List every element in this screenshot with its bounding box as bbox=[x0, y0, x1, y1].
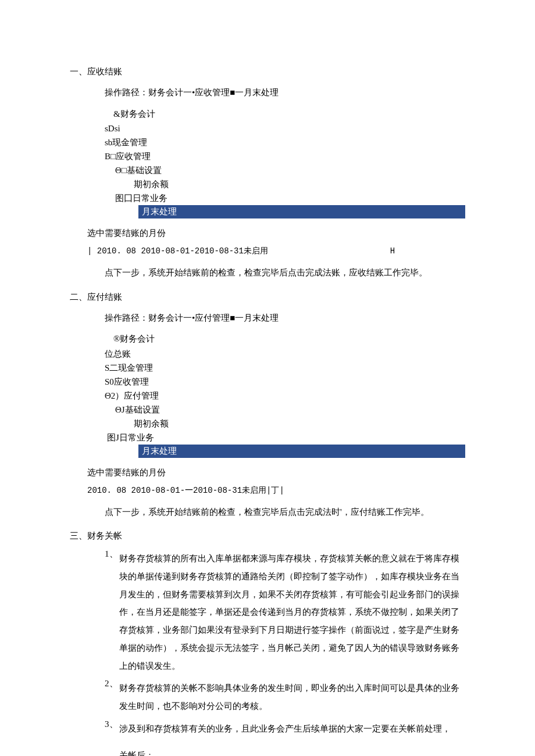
tree-row: ΘJ基础设置 bbox=[105, 403, 465, 417]
tree-row: 图囗日常业务 bbox=[105, 191, 465, 205]
tree-row: 位总账 bbox=[105, 347, 465, 361]
tree-row: Θ□基础设置 bbox=[105, 163, 465, 177]
list-number: 2、 bbox=[105, 678, 118, 716]
s2-op-path: 操作路径：财务会计一•应付管理■一月末处理 bbox=[105, 310, 465, 327]
tree-row: Θ2）应付管理 bbox=[105, 389, 465, 403]
tree-highlight-month-end[interactable]: 月末处理 bbox=[138, 205, 465, 218]
tree-row: sb现金管理 bbox=[105, 135, 465, 149]
s1-select-month: 选中需要结账的月份 bbox=[87, 225, 465, 241]
s2-nav-tree: ®财务会计 位总账 S二现金管理 S0应收管理 Θ2）应付管理 ΘJ基础设置 期… bbox=[105, 332, 465, 458]
s1-next-step: 点下一步，系统开始结账前的检查，检查完毕后点击完成法账，应收结账工作完毕。 bbox=[105, 264, 465, 281]
tree-head: ®财务会计 bbox=[113, 332, 465, 347]
s1-month-code: | 2010. 08 2010-08-01-2010-08-31未启用 bbox=[87, 246, 268, 256]
tree-row: S二现金管理 bbox=[105, 361, 465, 375]
s3-item-2: 2、 财务存货核算的关帐不影响具体业务的发生时间，即业务的出入库时间可以是具体的… bbox=[105, 678, 465, 716]
section-1-title: 一、应收结账 bbox=[70, 64, 465, 80]
list-number: 3、 bbox=[105, 719, 118, 756]
list-number: 1、 bbox=[105, 549, 118, 676]
tree-highlight-month-end[interactable]: 月末处理 bbox=[138, 445, 465, 458]
tree-row: sDsi bbox=[105, 121, 465, 135]
s1-op-path: 操作路径：财务会计一•应收管理■一月末处理 bbox=[105, 84, 465, 101]
tree-row: S0应收管理 bbox=[105, 375, 465, 389]
s1-month-tail: H bbox=[390, 246, 395, 256]
s2-select-month: 选中需要结账的月份 bbox=[87, 465, 465, 481]
section-3-title: 三、财务关帐 bbox=[70, 528, 465, 544]
s2-next-step: 点下一步，系统开始结账前的检查，检查完毕后点击完成法时'，应付结账工作完毕。 bbox=[105, 504, 465, 521]
tree-row: 期初余额 bbox=[105, 177, 465, 191]
s1-month-row: | 2010. 08 2010-08-01-2010-08-31未启用H bbox=[87, 246, 465, 256]
tree-head: &财务会计 bbox=[113, 107, 465, 122]
section-2-title: 二、应付结账 bbox=[70, 289, 465, 305]
tree-row: B□应收管理 bbox=[105, 149, 465, 163]
s1-nav-tree: &财务会计 sDsi sb现金管理 B□应收管理 Θ□基础设置 期初余额 图囗日… bbox=[105, 107, 465, 219]
s3-item-3-tail: 关帐后： bbox=[119, 747, 466, 757]
s3-item-1: 1、 财务存货核算的所有出入库单据都来源与库存模块，存货核算关帐的意义就在于将库… bbox=[105, 549, 465, 676]
tree-row: 图J日常业务 bbox=[105, 431, 465, 445]
s3-item-1-text: 财务存货核算的所有出入库单据都来源与库存模块，存货核算关帐的意义就在于将库存模块… bbox=[119, 550, 466, 675]
s2-month-row: 2010. 08 2010-08-01-一2010-08-31未启用|丁| bbox=[87, 485, 465, 496]
s3-item-3: 3、 涉及到和存货核算有关的业务，且此业务会产生后续单据的大家一定要在关帐前处理… bbox=[105, 719, 465, 756]
s3-item-2-text: 财务存货核算的关帐不影响具体业务的发生时间，即业务的出入库时间可以是具体的业务发… bbox=[119, 679, 466, 715]
tree-row: 期初余额 bbox=[105, 417, 465, 431]
s3-item-3-text: 涉及到和存货核算有关的业务，且此业务会产生后续单据的大家一定要在关帐前处理， bbox=[119, 720, 466, 738]
